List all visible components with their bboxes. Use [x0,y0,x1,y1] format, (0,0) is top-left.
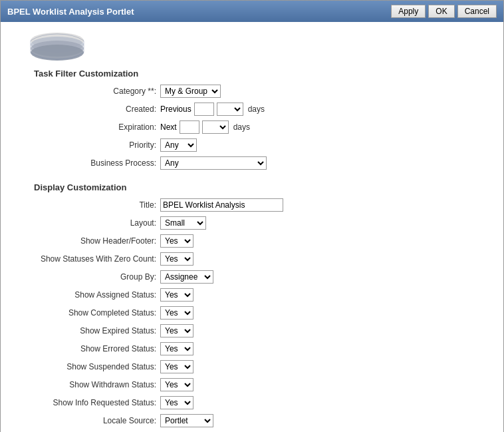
show-expired-control: YesNo [160,324,193,337]
locale-source-label: Locale Source: [14,416,160,425]
logo-icon [14,29,100,65]
created-label: Created: [14,105,160,114]
show-withdrawn-select[interactable]: YesNo [160,378,193,391]
show-assigned-select[interactable]: YesNo [160,288,193,302]
show-assigned-row: Show Assigned Status: YesNo [14,288,490,302]
content-area: Task Filter Customization Category **: M… [1,22,503,432]
show-assigned-control: YesNo [160,288,193,302]
created-prefix: Previous [160,105,191,114]
expiration-suffix: days [233,122,250,132]
category-control: My & Group My Group Admin [160,85,221,98]
ok-button[interactable]: OK [428,5,454,18]
business-process-select[interactable]: Any [160,156,267,170]
created-control: Previous 12371430 days [160,103,265,116]
group-by-select[interactable]: AssigneeNone [160,270,213,284]
layout-label: Layout: [14,218,160,228]
layout-select[interactable]: SmallMediumLarge [160,216,206,230]
show-suspended-control: YesNo [160,360,193,373]
group-by-control: AssigneeNone [160,270,213,284]
title-control [160,198,283,212]
title-row: Title: [14,198,490,212]
business-process-row: Business Process: Any [14,156,490,170]
show-suspended-select[interactable]: YesNo [160,360,193,373]
category-row: Category **: My & Group My Group Admin [14,84,490,99]
window-title: BPEL Worklist Analysis Portlet [7,7,134,17]
title-buttons: Apply OK Cancel [391,5,497,18]
business-process-label: Business Process: [14,158,160,168]
show-suspended-row: Show Suspended Status: YesNo [14,359,490,374]
display-section: Display Customization Title: Layout: Sma… [14,182,490,432]
show-errored-label: Show Errored Status: [14,344,160,353]
show-header-footer-control: YesNo [160,234,193,248]
show-completed-label: Show Completed Status: [14,308,160,318]
display-title: Display Customization [34,182,490,192]
show-completed-control: YesNo [160,306,193,320]
locale-source-select[interactable]: PortletBrowserServer [160,414,213,427]
show-statuses-zero-label: Show Statuses With Zero Count: [14,254,160,264]
title-bar-left: BPEL Worklist Analysis Portlet [7,7,134,17]
show-suspended-label: Show Suspended Status: [14,362,160,371]
show-statuses-zero-control: YesNo [160,252,193,266]
title-input[interactable] [160,198,283,212]
locale-source-control: PortletBrowserServer [160,414,213,427]
show-errored-row: Show Errored Status: YesNo [14,341,490,356]
expiration-prefix: Next [160,122,177,132]
priority-control: Any12345 [160,138,197,152]
category-label: Category **: [14,87,160,96]
task-filter-section: Task Filter Customization Category **: M… [14,69,490,170]
group-by-row: Group By: AssigneeNone [14,270,490,284]
show-withdrawn-label: Show Withdrawn Status: [14,380,160,389]
show-expired-row: Show Expired Status: YesNo [14,324,490,338]
task-filter-title: Task Filter Customization [34,69,490,79]
show-info-requested-label: Show Info Requested Status: [14,398,160,407]
business-process-control: Any [160,156,267,170]
show-info-requested-select[interactable]: YesNo [160,396,193,409]
category-select[interactable]: My & Group My Group Admin [160,85,221,98]
logo-area [14,29,490,65]
created-select[interactable]: 12371430 [217,103,243,116]
created-value-input[interactable] [194,103,214,116]
show-errored-control: YesNo [160,342,193,355]
show-header-footer-select[interactable]: YesNo [160,234,193,248]
priority-row: Priority: Any12345 [14,138,490,152]
show-expired-select[interactable]: YesNo [160,324,193,337]
layout-row: Layout: SmallMediumLarge [14,216,490,230]
created-suffix: days [248,105,265,114]
show-withdrawn-control: YesNo [160,378,193,391]
expiration-label: Expiration: [14,122,160,132]
apply-button[interactable]: Apply [391,5,426,18]
expiration-row: Expiration: Next 12371430 days [14,120,490,134]
expiration-control: Next 12371430 days [160,120,250,134]
cancel-button[interactable]: Cancel [457,5,497,18]
show-completed-select[interactable]: YesNo [160,306,193,320]
show-assigned-label: Show Assigned Status: [14,290,160,300]
title-bar: BPEL Worklist Analysis Portlet Apply OK … [1,1,503,22]
show-header-footer-row: Show Header/Footer: YesNo [14,234,490,248]
show-expired-label: Show Expired Status: [14,326,160,335]
locale-source-row: Locale Source: PortletBrowserServer [14,413,490,428]
show-statuses-zero-row: Show Statuses With Zero Count: YesNo [14,252,490,266]
expiration-select[interactable]: 12371430 [202,120,229,134]
show-errored-select[interactable]: YesNo [160,342,193,355]
show-withdrawn-row: Show Withdrawn Status: YesNo [14,377,490,392]
show-statuses-zero-select[interactable]: YesNo [160,252,193,266]
title-field-label: Title: [14,200,160,210]
expiration-value-input[interactable] [180,120,199,134]
priority-select[interactable]: Any12345 [160,138,197,152]
svg-point-3 [31,45,84,61]
show-completed-row: Show Completed Status: YesNo [14,306,490,320]
group-by-label: Group By: [14,272,160,282]
show-info-requested-row: Show Info Requested Status: YesNo [14,395,490,410]
priority-label: Priority: [14,140,160,150]
window: BPEL Worklist Analysis Portlet Apply OK … [0,0,504,432]
layout-control: SmallMediumLarge [160,216,206,230]
created-row: Created: Previous 12371430 days [14,102,490,116]
show-info-requested-control: YesNo [160,396,193,409]
show-header-footer-label: Show Header/Footer: [14,236,160,246]
